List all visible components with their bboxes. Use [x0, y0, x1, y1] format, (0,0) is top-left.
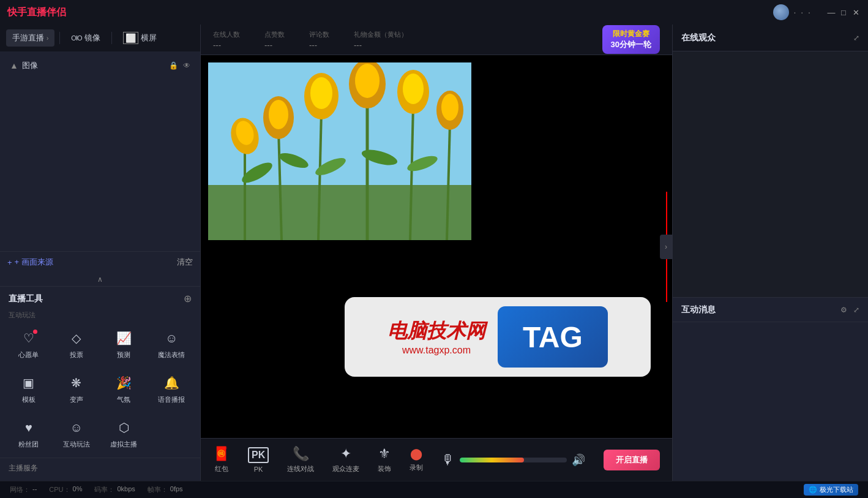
download-badge-icon: 🌐 [809, 486, 817, 494]
connect-label: 连线对战 [287, 464, 314, 473]
tools-grid-2: ▣ 模板 ❋ 变声 🎉 气氛 🔔 语音播报 [0, 366, 200, 410]
tool-audience-connect[interactable]: ✦ 观众连麦 [332, 446, 359, 473]
minimize-button[interactable]: — [826, 7, 836, 17]
scene-item-label: 图像 [22, 60, 165, 71]
close-button[interactable]: ✕ [851, 7, 861, 17]
cpu-status: CPU： 0% [49, 485, 82, 494]
online-label: 在线人数 [213, 30, 240, 39]
audience-actions: ⤢ [853, 34, 859, 42]
scene-item[interactable]: ▲ 图像 🔒 👁 [5, 56, 195, 75]
magic-face-icon: ☺ [162, 328, 181, 348]
tool-interactive2[interactable]: ☺ 互动玩法 [54, 413, 99, 453]
tool-redpacket[interactable]: 🧧 红包 [213, 446, 230, 473]
chevron-up-icon: ∧ [97, 275, 103, 284]
tool-template[interactable]: ▣ 模板 [6, 368, 51, 408]
tool-atmosphere[interactable]: 🎉 气氛 [102, 368, 147, 408]
collapse-right-arrow[interactable]: › [660, 235, 672, 259]
tab-mirror[interactable]: OIO 镜像 [65, 29, 106, 47]
stat-online: 在线人数 --- [213, 30, 240, 50]
tool-wishlist[interactable]: ♡ 心愿单 [6, 323, 51, 363]
template-label: 模板 [22, 395, 36, 404]
virtual-host-label: 虚拟主播 [110, 440, 137, 449]
clear-button[interactable]: 清空 [177, 257, 193, 268]
tool-decorate[interactable]: ⚜ 装饰 [378, 446, 391, 473]
pk-icon: PK [248, 447, 269, 463]
watermark-main-text: 电脑技术网 [387, 318, 485, 345]
stats-bar: 在线人数 --- 点赞数 --- 评论数 --- 礼物金额（黄钻） --- 限时… [201, 25, 672, 55]
network-label: 网络： [10, 485, 30, 494]
bitrate-status: 码率： 0kbps [94, 485, 135, 494]
stat-gifts: 礼物金额（黄钻） --- [354, 30, 408, 50]
tool-fan-group[interactable]: ♥ 粉丝团 [6, 413, 51, 453]
scene-area: ▲ 图像 🔒 👁 [0, 51, 200, 251]
promo-line2: 30分钟一轮 [611, 39, 651, 50]
network-value: -- [32, 485, 37, 494]
record-label: 录制 [410, 463, 423, 472]
tool-magic-face[interactable]: ☺ 魔法表情 [149, 323, 194, 363]
window-controls: — □ ✕ [826, 7, 861, 17]
title-controls: · · · — □ ✕ [773, 4, 861, 20]
tool-virtual-host[interactable]: ⬡ 虚拟主播 [102, 413, 147, 453]
svg-point-13 [355, 64, 380, 98]
tool-record[interactable]: ⬤ 录制 [410, 447, 423, 472]
mic-icon: 🎙 [441, 452, 455, 468]
tool-voice-broadcast[interactable]: 🔔 语音播报 [149, 368, 194, 408]
connect-icon: 📞 [293, 446, 309, 462]
atmosphere-icon: 🎉 [114, 373, 133, 393]
audience-title: 在线观众 [681, 32, 716, 43]
interactive-icon: ☺ [67, 418, 86, 437]
add-source-button[interactable]: + + 画面来源 [7, 257, 53, 268]
bottom-controls: 🧧 红包 PK PK 📞 连线对战 ✦ 观众连麦 ⚜ 装饰 ⬤ 录制 [201, 438, 672, 481]
image-icon: ▲ [10, 61, 18, 70]
watermark-overlay: 电脑技术网 www.tagxp.com TAG [345, 297, 651, 377]
tools-grid-1: ♡ 心愿单 ◇ 投票 📈 预测 ☺ 魔法表情 [0, 321, 200, 366]
collapse-button[interactable]: ∧ [0, 273, 200, 286]
settings-icon[interactable]: ⚙ [840, 306, 847, 314]
svg-point-16 [403, 74, 424, 104]
divider [59, 32, 60, 44]
tool-predict[interactable]: 📈 预测 [102, 323, 147, 363]
plus-icon: + [7, 258, 12, 267]
watermark-tag: TAG [498, 306, 608, 368]
bitrate-value: 0kbps [117, 485, 135, 494]
tool-connect[interactable]: 📞 连线对战 [287, 446, 314, 473]
tab-game-live[interactable]: 手游直播 › [6, 29, 54, 47]
avatar[interactable] [773, 4, 789, 20]
chevron-right-icon: › [47, 35, 48, 42]
host-service-label: 主播服务 [9, 464, 38, 472]
tool-voice-change[interactable]: ❋ 变声 [54, 368, 99, 408]
vote-label: 投票 [70, 350, 83, 360]
gold-promo-button[interactable]: 限时黄金赛 30分钟一轮 [602, 25, 660, 54]
audio-meter [460, 458, 567, 462]
fps-label: 帧率： [148, 485, 168, 494]
wishlist-label: 心愿单 [18, 350, 39, 360]
live-tools-header: 直播工具 ⊕ [0, 287, 200, 308]
landscape-label: 横屏 [141, 32, 157, 43]
start-live-button[interactable]: 开启直播 [604, 450, 660, 470]
live-tools-menu-icon[interactable]: ⊕ [184, 293, 192, 304]
download-badge[interactable]: 🌐 极光下载站 [804, 484, 858, 496]
audience-area [673, 51, 868, 297]
audience-expand-icon[interactable]: ⤢ [853, 34, 859, 42]
category-interactive: 互动玩法 [0, 308, 200, 321]
svg-point-10 [310, 77, 332, 109]
pk-label: PK [254, 466, 263, 473]
maximize-button[interactable]: □ [839, 7, 848, 17]
title-bar: 快手直播伴侣 · · · — □ ✕ [0, 0, 868, 25]
likes-label: 点赞数 [264, 30, 285, 39]
tool-vote[interactable]: ◇ 投票 [54, 323, 99, 363]
likes-value: --- [264, 40, 285, 50]
mirror-icon: OIO [71, 34, 81, 42]
scene-add-bar: + + 画面来源 清空 [0, 251, 200, 273]
lock-icon[interactable]: 🔒 [169, 61, 178, 70]
tools-grid-3: ♥ 粉丝团 ☺ 互动玩法 ⬡ 虚拟主播 [0, 410, 200, 455]
dot-menu-icon[interactable]: · · · [794, 7, 812, 17]
tab-landscape[interactable]: ⬜ 横屏 [117, 29, 163, 47]
tool-pk[interactable]: PK PK [248, 447, 269, 473]
category-label: 互动玩法 [9, 311, 36, 319]
interaction-expand-icon[interactable]: ⤢ [853, 306, 859, 314]
decorate-icon: ⚜ [378, 446, 391, 462]
fps-status: 帧率： 0fps [148, 485, 183, 494]
eye-icon[interactable]: 👁 [183, 61, 190, 70]
status-bar: 网络： -- CPU： 0% 码率： 0kbps 帧率： 0fps 🌐 极光下载… [0, 481, 868, 498]
